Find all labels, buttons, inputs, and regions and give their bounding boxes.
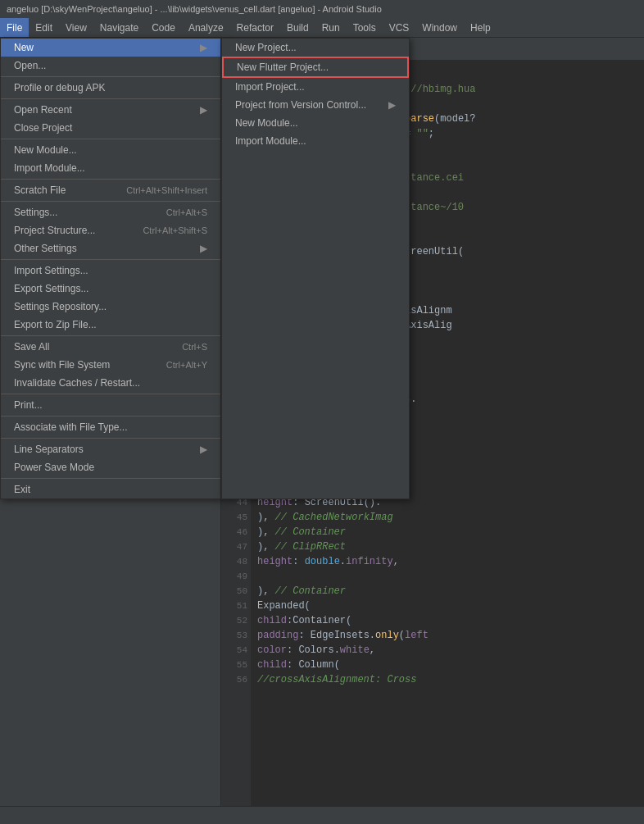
menu-item-settings-repo[interactable]: Settings Repository... — [1, 298, 220, 316]
menu-item-other-settings[interactable]: Other Settings ▶ — [1, 239, 220, 257]
menu-item-settings[interactable]: Settings... Ctrl+Alt+S — [1, 203, 220, 221]
menu-window[interactable]: Window — [415, 18, 464, 37]
menu-edit[interactable]: Edit — [29, 18, 59, 37]
menu-item-import-module[interactable]: Import Module... — [1, 159, 220, 177]
dropdown-overlay: New ▶ Open... Profile or debug APK Open … — [0, 38, 410, 499]
separator — [1, 98, 220, 99]
status-bar — [0, 806, 644, 824]
menu-item-associate-file[interactable]: Associate with File Type... — [1, 418, 220, 436]
separator — [1, 416, 220, 417]
menu-item-exit[interactable]: Exit — [1, 480, 220, 498]
menu-item-open[interactable]: Open... — [1, 57, 220, 75]
menu-vcs[interactable]: VCS — [383, 18, 416, 37]
menu-tools[interactable]: Tools — [347, 18, 383, 37]
separator — [1, 76, 220, 77]
menu-item-power-save[interactable]: Power Save Mode — [1, 458, 220, 476]
title-text: angeluo [D:\skyWenProject\angeluo] - ...… — [7, 4, 382, 14]
separator — [1, 394, 220, 394]
menu-item-sync[interactable]: Sync with File System Ctrl+Alt+Y — [1, 356, 220, 374]
submenu-import-module[interactable]: Import Module... — [222, 132, 409, 150]
file-menu-dropdown: New ▶ Open... Profile or debug APK Open … — [0, 38, 221, 499]
new-submenu-dropdown: New Project... New Flutter Project... Im… — [221, 38, 410, 499]
menu-item-save-all[interactable]: Save All Ctrl+S — [1, 338, 220, 356]
menu-item-project-structure[interactable]: Project Structure... Ctrl+Alt+Shift+S — [1, 221, 220, 239]
menu-analyze[interactable]: Analyze — [182, 18, 230, 37]
menu-refactor[interactable]: Refactor — [230, 18, 280, 37]
menu-file[interactable]: File — [0, 18, 29, 37]
menu-item-close-project[interactable]: Close Project — [1, 119, 220, 137]
arrow-icon: ▶ — [388, 99, 396, 111]
menu-bar: File Edit View Navigate Code Analyze Ref… — [0, 18, 644, 38]
separator — [1, 139, 220, 139]
submenu-project-vcs[interactable]: Project from Version Control... ▶ — [222, 96, 409, 114]
menu-navigate[interactable]: Navigate — [93, 18, 145, 37]
menu-item-export-settings[interactable]: Export Settings... — [1, 280, 220, 298]
menu-run[interactable]: Run — [315, 18, 347, 37]
separator — [1, 478, 220, 479]
submenu-new-project[interactable]: New Project... — [222, 39, 409, 57]
title-bar: angeluo [D:\skyWenProject\angeluo] - ...… — [0, 0, 644, 18]
arrow-icon: ▶ — [200, 104, 207, 116]
menu-code[interactable]: Code — [145, 18, 182, 37]
menu-item-import-settings[interactable]: Import Settings... — [1, 262, 220, 280]
menu-item-new[interactable]: New ▶ — [1, 39, 220, 57]
arrow-icon: ▶ — [200, 243, 207, 254]
submenu-import-project[interactable]: Import Project... — [222, 78, 409, 96]
separator — [1, 201, 220, 202]
menu-item-invalidate[interactable]: Invalidate Caches / Restart... — [1, 374, 220, 392]
menu-item-export-zip[interactable]: Export to Zip File... — [1, 316, 220, 334]
arrow-icon: ▶ — [200, 42, 207, 53]
separator — [1, 259, 220, 260]
menu-item-print[interactable]: Print... — [1, 396, 220, 414]
menu-item-open-recent[interactable]: Open Recent ▶ — [1, 101, 220, 119]
submenu-new-module[interactable]: New Module... — [222, 114, 409, 132]
submenu-new-flutter-project[interactable]: New Flutter Project... — [222, 57, 409, 78]
menu-item-new-module[interactable]: New Module... — [1, 141, 220, 159]
menu-item-scratch-file[interactable]: Scratch File Ctrl+Alt+Shift+Insert — [1, 181, 220, 199]
menu-build[interactable]: Build — [280, 18, 315, 37]
menu-item-line-sep[interactable]: Line Separators ▶ — [1, 440, 220, 458]
menu-item-profile-apk[interactable]: Profile or debug APK — [1, 79, 220, 97]
separator — [1, 438, 220, 439]
menu-view[interactable]: View — [59, 18, 93, 37]
separator — [1, 179, 220, 180]
arrow-icon: ▶ — [200, 444, 207, 455]
separator — [1, 335, 220, 336]
menu-help[interactable]: Help — [464, 18, 497, 37]
